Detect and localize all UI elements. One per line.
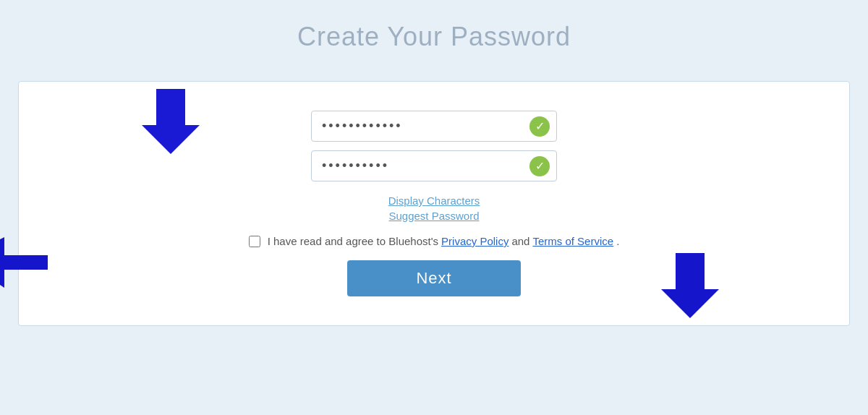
arrow-top-icon	[135, 89, 207, 154]
password-field-2-row: ✓	[311, 150, 557, 181]
next-button[interactable]: Next	[347, 260, 521, 296]
arrow-left-1-icon	[0, 237, 48, 309]
terms-checkbox[interactable]	[249, 236, 260, 247]
display-characters-button[interactable]: Display Characters	[388, 193, 480, 208]
svg-marker-2	[661, 253, 719, 318]
terms-period: .	[616, 235, 619, 247]
suggest-password-button[interactable]: Suggest Password	[388, 208, 479, 223]
password-input-1[interactable]	[311, 111, 557, 142]
svg-marker-0	[142, 89, 200, 154]
terms-of-service-link[interactable]: Terms of Service	[532, 235, 613, 247]
password-input-2[interactable]	[311, 150, 557, 181]
privacy-policy-link[interactable]: Privacy Policy	[441, 235, 509, 247]
page-title: Create Your Password	[297, 22, 571, 52]
password-field-1-row: ✓	[311, 111, 557, 142]
terms-connector: and	[511, 235, 529, 247]
password-links: Display Characters Suggest Password	[388, 193, 480, 223]
checkmark-icon-1: ✓	[535, 119, 545, 133]
checkmark-icon-2: ✓	[535, 159, 545, 173]
terms-text-before: I have read and agree to Bluehost's	[268, 235, 438, 247]
arrow-next-icon	[654, 253, 726, 318]
valid-icon-2: ✓	[529, 156, 550, 176]
form-area: ✓ ✓ Display Characters Suggest Password …	[41, 111, 827, 296]
terms-row: I have read and agree to Bluehost's Priv…	[249, 235, 620, 247]
card: ✓ ✓ Display Characters Suggest Password …	[18, 81, 850, 326]
valid-icon-1: ✓	[529, 116, 550, 137]
svg-marker-1	[0, 237, 48, 288]
